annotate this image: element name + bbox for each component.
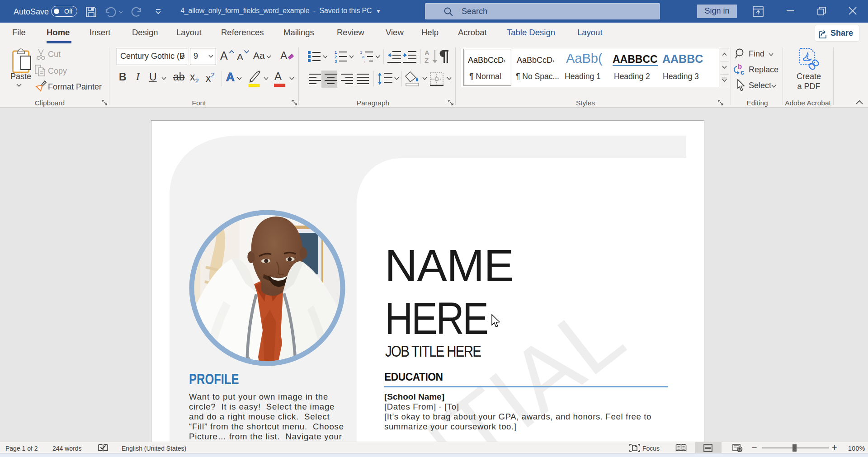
svg-text:i: i xyxy=(364,59,365,63)
svg-text:c: c xyxy=(741,68,744,76)
svg-text:Z: Z xyxy=(425,57,429,64)
svg-text:3: 3 xyxy=(335,59,337,63)
svg-text:A: A xyxy=(425,49,429,57)
